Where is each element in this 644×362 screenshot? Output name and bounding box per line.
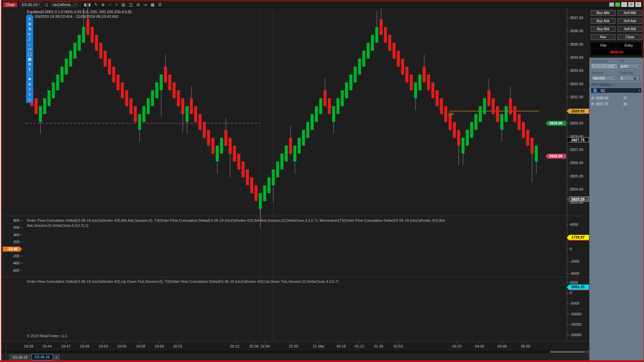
ninjatrader-chart-window: Chart ES 06-19 ▾ ninZaRenk... ▾ ▮▯▮✎⊕⊖+▤… xyxy=(0,0,644,362)
fib-fan-icon[interactable]: ⋱ xyxy=(28,72,32,77)
arrow-down-icon[interactable]: ⇩ xyxy=(28,92,31,97)
time-tick-mark xyxy=(254,342,254,343)
market-analyzer-icon[interactable]: ⊟ xyxy=(136,2,141,7)
reverse-button[interactable]: Rev xyxy=(591,34,615,40)
arrow-up-icon[interactable]: ⇧ xyxy=(28,87,31,92)
sell-mkt-button[interactable]: Sell Mkt xyxy=(618,10,642,16)
spinner-arrows-icon[interactable]: ▲▼ xyxy=(638,75,641,81)
buy-bid-button[interactable]: Buy Bid xyxy=(591,26,615,32)
chevron-down-icon: ▾ xyxy=(639,64,640,69)
account-select[interactable]: Sim101 ▾ xyxy=(591,75,617,81)
ask-size: 37 xyxy=(623,96,627,100)
split-panel-icon[interactable]: ◫ xyxy=(128,2,134,7)
sell-ask-button[interactable]: Sell Ask xyxy=(618,18,642,24)
toolbar-divider xyxy=(80,2,81,7)
instrument-label: Instrument xyxy=(591,59,607,63)
close-position-button[interactable]: Close xyxy=(618,34,642,40)
channel-icon[interactable]: ≋ xyxy=(28,82,31,87)
time-tick-mark xyxy=(398,342,398,343)
horizontal-scrollbar-track[interactable] xyxy=(2,351,589,353)
rectangle-icon[interactable]: ▭ xyxy=(28,47,31,52)
time-tick-label: 20:12 xyxy=(230,344,239,348)
time-tick-label: 01:36 xyxy=(374,344,383,348)
indicator-selector-value: ninZaRenk... xyxy=(53,3,73,7)
close-button[interactable]: ✕ xyxy=(635,2,641,7)
diamond-icon[interactable]: ◇ xyxy=(28,97,31,102)
region-icon[interactable]: ⊞ xyxy=(28,21,31,27)
horizontal-line-icon[interactable]: ↔ xyxy=(28,42,32,47)
bid-size: 39 xyxy=(623,102,627,106)
drawing-toolbar[interactable]: ≡⊞⇅⇤╱↔▭◯▦⧉∥⋱⚑≋⇧⇩◇ xyxy=(26,15,33,103)
account-select-value: Sim101 xyxy=(593,76,605,80)
chart-window-tab[interactable]: Chart xyxy=(3,2,17,7)
window-controls: — ⧉ ✕ xyxy=(609,2,643,7)
instrument-select-value: ES 06-19 xyxy=(593,64,608,68)
zoom-out-icon[interactable]: ⊖ xyxy=(107,2,113,7)
panel2-title: Order Flow Cumulative Delta(ES 06-19 (ni… xyxy=(27,218,543,228)
time-tick-label: 03:15 xyxy=(452,344,462,348)
vertical-range-icon[interactable]: ⇅ xyxy=(28,27,31,32)
search-icon[interactable] xyxy=(44,2,48,7)
scroll-right-button[interactable]: ▸ xyxy=(586,351,589,353)
flag-icon[interactable]: ⚑ xyxy=(28,77,32,82)
info-icon[interactable]: i xyxy=(593,88,597,93)
calculator-icon[interactable]: ▦ xyxy=(634,76,637,81)
time-tick-label: 05:58 xyxy=(521,344,530,348)
chevron-down-icon: ▾ xyxy=(639,88,640,93)
time-tick-mark xyxy=(85,342,85,343)
tab-es-06-19-2[interactable]: ES 06-19 xyxy=(32,354,53,360)
polyline-icon[interactable]: ↝ xyxy=(143,2,148,7)
ask-row: A: 2828.00 37 xyxy=(591,96,608,100)
position-state-row: Flat Entry xyxy=(591,42,642,49)
time-tick-mark xyxy=(360,342,360,343)
time-tick-mark xyxy=(502,342,502,343)
properties-icon[interactable]: ☰ xyxy=(157,2,163,7)
chart-style-icon[interactable]: ▮▯▮ xyxy=(83,2,92,7)
buy-ask-button[interactable]: Buy Ask xyxy=(591,18,615,24)
time-tick-mark xyxy=(379,342,379,343)
time-tick-label: 19:49 xyxy=(80,344,89,348)
bid-price: 2827.75 xyxy=(596,102,608,106)
copyright-text: © 2019 NinjaTrader, LLC xyxy=(27,334,67,338)
horizontal-scrollbar-handle[interactable] xyxy=(550,351,585,353)
trend-line-icon[interactable]: ╱ xyxy=(29,37,31,42)
instrument-select[interactable]: ES 06-19 ▾ xyxy=(591,64,617,69)
buy-mkt-button[interactable]: Buy Mkt xyxy=(591,10,615,16)
time-tick-label: 04:05 xyxy=(475,344,484,348)
crosshair-icon[interactable]: + xyxy=(114,2,119,7)
add-tab-button[interactable]: + xyxy=(54,354,60,360)
quantity-stepper[interactable]: 5 ▦ ▲▼ xyxy=(619,75,642,81)
restore-button[interactable]: ⧉ xyxy=(628,2,634,7)
tif-select[interactable]: GTC ▾ xyxy=(619,64,642,69)
panel-separator-2[interactable] xyxy=(2,277,589,277)
draw-icon[interactable]: ✎ xyxy=(93,2,99,7)
time-tick-label: 00:18 xyxy=(336,344,346,348)
panel-separator-1[interactable] xyxy=(2,216,589,216)
chart-background xyxy=(2,8,589,341)
minimize-button[interactable]: — xyxy=(621,2,627,7)
bid-prefix: B: xyxy=(591,102,595,106)
trading-panel: Buy Mkt Sell Mkt Buy Ask Sell Ask Buy Bi… xyxy=(589,8,643,360)
ask-prefix: A: xyxy=(591,96,595,100)
ellipse-icon[interactable]: ◯ xyxy=(28,52,32,57)
draw-menu-icon[interactable]: ≡ xyxy=(29,16,31,21)
atm-strategy-select[interactable]: i 5C ▾ xyxy=(591,88,642,93)
extend-left-icon[interactable]: ⇤ xyxy=(28,32,31,37)
overlay-icon[interactable]: ⧉ xyxy=(29,62,31,67)
instrument-selector[interactable]: ES 06-19 ▾ xyxy=(19,1,42,8)
order-qty-label: Order qty xyxy=(620,71,634,75)
zoom-in-icon[interactable]: ⊕ xyxy=(100,2,106,7)
scroll-left-button[interactable]: ◂ xyxy=(3,351,7,353)
time-axis[interactable]: 19:3919:4419:4719:4919:5319:5519:5819:59… xyxy=(2,341,589,351)
connection-status-icon xyxy=(609,2,614,7)
atm-strategy-value: 5C xyxy=(601,89,605,93)
tab-es-06-19-1[interactable]: ES 06-19 xyxy=(9,354,31,360)
grid-icon[interactable]: ▦ xyxy=(150,2,155,7)
price-axis-line xyxy=(567,8,567,341)
report-icon[interactable]: ▤ xyxy=(120,2,126,7)
fib-lines-icon[interactable]: ∥ xyxy=(29,67,31,72)
sell-bid-button[interactable]: Sell Bid xyxy=(618,26,642,32)
bottom-tab-bar: ES 06-19 ES 06-19 + xyxy=(2,353,589,360)
region-highlight-icon[interactable]: ▦ xyxy=(28,57,31,62)
indicator-selector[interactable]: ninZaRenk... ▾ xyxy=(50,1,78,8)
